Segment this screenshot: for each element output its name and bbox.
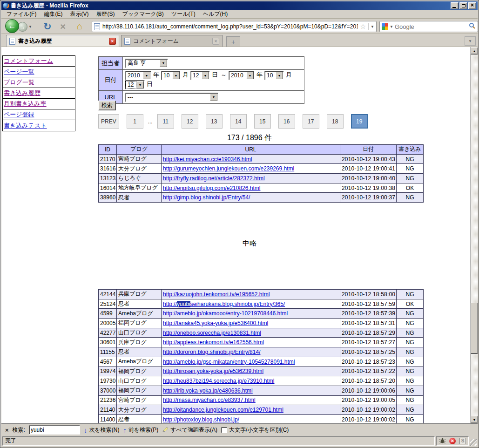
- menu-item-v[interactable]: 表示(V): [67, 9, 92, 19]
- entry-link[interactable]: http://heu837bzi194.soreccha.jp/e73910.h…: [163, 378, 275, 384]
- entry-link[interactable]: http://fryfly.radilog.net/article/282372…: [163, 175, 265, 182]
- entry-link[interactable]: http://tanaka45.yoka-yoka.jp/e536400.htm…: [163, 320, 268, 326]
- entry-link[interactable]: http://gurumeyochien.junglekouen.com/e23…: [163, 165, 294, 172]
- title-bar[interactable]: 書き込み履歴 - Mozilla Firefox ×: [1, 1, 478, 10]
- pagination-14[interactable]: 14: [230, 114, 247, 129]
- find-input[interactable]: [29, 425, 80, 434]
- find-next-button[interactable]: ↓ 次を検索(N): [84, 426, 119, 434]
- table-row: 42144兵庫ブログhttp://kazuojohn.tenkomori.tv/…: [99, 290, 424, 299]
- tab-close-icon[interactable]: ×: [212, 38, 219, 45]
- pagination-16[interactable]: 16: [278, 114, 295, 129]
- reload-button[interactable]: ↻: [43, 21, 52, 32]
- url-bar[interactable]: http://38.110.146.181/auto_comment/comme…: [92, 21, 377, 32]
- findbar-close-icon[interactable]: ×: [5, 427, 9, 434]
- entry-link[interactable]: http://photoxloy.blog.shinobi.jp/: [163, 416, 239, 423]
- google-icon: [382, 23, 388, 30]
- menu-item-s[interactable]: 履歴(S): [93, 9, 118, 19]
- to-year-select[interactable]: 2010▼: [229, 71, 255, 80]
- entry-link[interactable]: http://oneboo.soreccha.jp/e130831.html: [163, 330, 261, 336]
- highlight-all-button[interactable]: すべて強調表示(A): [162, 426, 217, 434]
- entry-link[interactable]: http://oitandance.junglekouen.com/e12970…: [163, 407, 283, 413]
- pagination-18[interactable]: 18: [327, 114, 344, 129]
- entry-link[interactable]: http://hirosan.yoka-yoka.jp/e536239.html: [163, 368, 263, 374]
- to-month-select[interactable]: 10▼: [264, 71, 284, 80]
- search-engine-dropdown-icon[interactable]: ▼: [390, 25, 393, 29]
- url-text[interactable]: http://38.110.146.181/auto_comment/comme…: [102, 23, 358, 30]
- find-prev-button[interactable]: ↑ 前を検索(P): [123, 426, 158, 434]
- cell-blog: Amebaブログ: [117, 357, 162, 367]
- new-tab-button[interactable]: +: [226, 36, 240, 47]
- pagination-15[interactable]: 15: [254, 114, 271, 129]
- page-icon: [124, 38, 130, 45]
- staff-select[interactable]: 高良 亨 ▼: [125, 59, 168, 68]
- menu-item-h[interactable]: ヘルプ(H): [200, 9, 231, 19]
- cell-url: http://irib.yoka-yoka.jp/e480636.html: [162, 386, 340, 395]
- sidebar-link[interactable]: 月別書き込み率: [4, 100, 47, 108]
- greasemonkey-icon[interactable]: [438, 437, 446, 445]
- back-button[interactable]: ←: [5, 19, 19, 33]
- scroll-down-icon[interactable]: ▼: [471, 416, 478, 423]
- url-dropdown-icon[interactable]: ▼: [368, 23, 374, 30]
- entry-link[interactable]: http://gimp.blog.shinobi.jp/Entry/54/: [163, 194, 250, 201]
- url-filter-select[interactable]: --- ▼: [125, 93, 218, 102]
- to-day-select[interactable]: 12▼: [125, 80, 145, 89]
- sidebar-link[interactable]: 書き込みテスト: [4, 122, 47, 130]
- search-submit-button[interactable]: 検索: [98, 101, 116, 110]
- adblock-icon[interactable]: ✕: [448, 437, 457, 445]
- sidebar-link[interactable]: ページ登録: [4, 110, 34, 119]
- pagination-19[interactable]: 19: [351, 114, 368, 129]
- bookmark-star-icon[interactable]: ☆: [360, 23, 366, 30]
- search-input[interactable]: [395, 23, 467, 30]
- entry-link[interactable]: http://ameblo.jp/gsc-mikatan/entry-10545…: [163, 359, 295, 365]
- history-dropdown-icon[interactable]: ▼: [28, 25, 32, 29]
- tab-close-icon[interactable]: ×: [109, 38, 116, 45]
- entry-link[interactable]: http://irib.yoka-yoka.jp/e480636.html: [163, 387, 253, 394]
- entry-link[interactable]: http://yuubiseiharukana.blog.shinobi.jp/…: [163, 301, 285, 307]
- entry-link[interactable]: http://masa.miyachan.cc/e83937.html: [163, 397, 256, 403]
- home-button[interactable]: ⌂: [77, 21, 82, 32]
- google-search-bar[interactable]: ▼: [379, 21, 478, 32]
- stop-button[interactable]: ×: [60, 21, 66, 32]
- cell-result: NG: [397, 193, 424, 203]
- cell-url: http://oneboo.soreccha.jp/e130831.html: [162, 328, 340, 338]
- sidebar-link[interactable]: コメントフォーム: [4, 57, 53, 65]
- pagination-prev[interactable]: PREV: [98, 114, 119, 129]
- menu-item-e[interactable]: 編集(E): [40, 9, 66, 19]
- entry-link[interactable]: http://kei.miyachan.cc/e190346.html: [163, 156, 252, 163]
- entry-link[interactable]: http://appleas.tenkomori.tv/e162556.html: [163, 339, 264, 346]
- noscript-icon[interactable]: S: [459, 437, 467, 445]
- sidebar-link[interactable]: ページ一覧: [4, 68, 34, 76]
- entry-link[interactable]: http://ameblo.jp/okamooo/entry-102197084…: [163, 310, 288, 317]
- minimize-button[interactable]: [451, 2, 459, 9]
- close-button[interactable]: ×: [468, 2, 476, 9]
- cell-result: NG: [397, 328, 424, 338]
- match-case-checkbox[interactable]: 大文字/小文字を区別(C): [221, 426, 289, 434]
- list-all-tabs-icon[interactable]: ▼: [465, 36, 476, 46]
- cell-result: NG: [397, 395, 424, 405]
- from-day-select[interactable]: 12▼: [190, 71, 210, 80]
- from-year-select[interactable]: 2010▼: [125, 71, 151, 80]
- entry-link[interactable]: http://enpitsu.gifulog.com/e210826.html: [163, 185, 260, 191]
- resize-grip[interactable]: [470, 439, 477, 446]
- maximize-button[interactable]: [459, 2, 467, 9]
- sidebar-link[interactable]: ブログ一覧: [4, 78, 34, 87]
- menu-item-t[interactable]: ツール(T): [168, 9, 199, 19]
- scroll-up-icon[interactable]: ▲: [471, 47, 478, 54]
- pagination-13[interactable]: 13: [206, 114, 223, 129]
- scrollbar-thumb[interactable]: [471, 303, 478, 354]
- from-month-select[interactable]: 10▼: [161, 71, 181, 80]
- sidebar-link[interactable]: 書き込み履歴: [4, 89, 40, 97]
- vertical-scrollbar[interactable]: ▲ ▼: [470, 47, 478, 423]
- pagination-11[interactable]: 11: [157, 114, 174, 129]
- tab-2[interactable]: コメントフォーム×: [121, 35, 223, 47]
- tab-1[interactable]: 書き込み履歴×: [6, 35, 119, 47]
- entry-link[interactable]: http://dororon.blog.shinobi.jp/Entry/814…: [163, 349, 260, 355]
- pagination-17[interactable]: 17: [303, 114, 319, 129]
- magnifier-icon[interactable]: [469, 22, 476, 31]
- forward-button[interactable]: →: [18, 22, 27, 32]
- entry-link[interactable]: http://kazuojohn.tenkomori.tv/e195652.ht…: [163, 291, 270, 298]
- menu-item-b[interactable]: ブックマーク(B): [119, 9, 167, 19]
- pagination-1[interactable]: 1: [127, 114, 143, 129]
- menu-item-f[interactable]: ファイル(F): [3, 9, 40, 19]
- pagination-12[interactable]: 12: [182, 114, 198, 129]
